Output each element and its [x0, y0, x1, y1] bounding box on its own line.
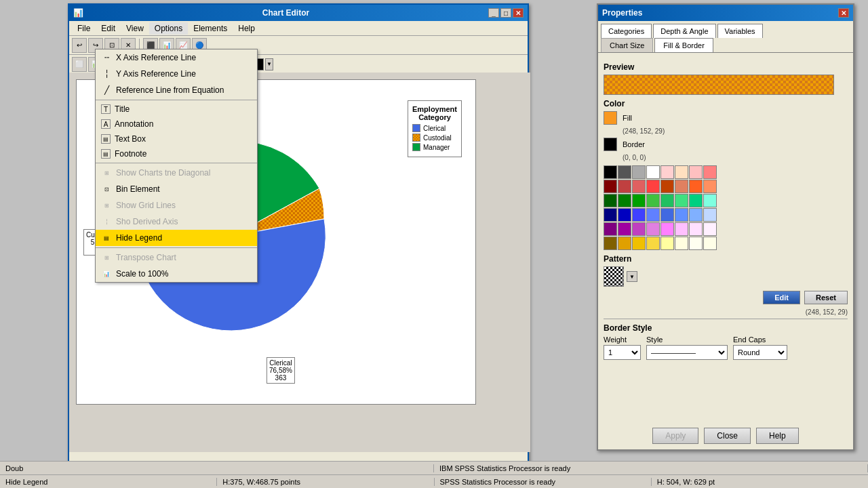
legend-item-custodial: Custodial [412, 134, 457, 142]
format-btn-1[interactable]: ⬜ [72, 57, 87, 72]
menu-title[interactable]: T Title [96, 102, 257, 117]
swatch-7[interactable] [703, 165, 717, 179]
menu-file[interactable]: File [72, 22, 96, 35]
properties-titlebar: Properties ✕ [598, 5, 853, 21]
footnote-icon: ▤ [101, 149, 111, 159]
swatch-0[interactable] [604, 165, 617, 179]
menu-hide-legend[interactable]: ▤ Hide Legend [96, 230, 257, 246]
swatch-46[interactable] [689, 237, 703, 250]
swatch-41[interactable] [618, 237, 631, 250]
swatch-38[interactable] [689, 222, 703, 236]
swatch-33[interactable] [618, 222, 631, 236]
menu-edit[interactable]: Edit [96, 22, 121, 35]
end-caps-select[interactable]: Round Flat Square [733, 345, 787, 360]
swatch-14[interactable] [689, 180, 703, 193]
maximize-button[interactable]: □ [500, 8, 511, 18]
title-buttons: _ □ ✕ [488, 8, 524, 18]
swatch-17[interactable] [618, 194, 631, 207]
menu-x-axis-ref[interactable]: ╌ X Axis Reference Line [96, 49, 257, 66]
swatch-35[interactable] [646, 222, 660, 236]
minimize-button[interactable]: _ [488, 8, 499, 18]
swatch-6[interactable] [689, 165, 703, 179]
swatch-45[interactable] [675, 237, 688, 250]
legend-title: EmploymentCategory [412, 105, 457, 121]
swatch-23[interactable] [703, 194, 717, 207]
swatch-44[interactable] [660, 237, 674, 250]
swatch-8[interactable] [604, 180, 617, 193]
swatch-36[interactable] [660, 222, 674, 236]
tab-categories[interactable]: Categories [601, 24, 652, 38]
menu-view[interactable]: View [121, 22, 149, 35]
undo-button[interactable]: ↩ [72, 38, 87, 53]
fill-rgb-value: (248, 152, 29) [604, 127, 848, 135]
swatch-39[interactable] [703, 222, 717, 236]
help-button[interactable]: Help [756, 428, 799, 444]
swatch-19[interactable] [646, 194, 660, 207]
apply-button[interactable]: Apply [652, 428, 698, 444]
swatch-34[interactable] [632, 222, 646, 236]
edit-reset-row: Edit Reset [604, 291, 848, 304]
swatch-24[interactable] [604, 208, 617, 222]
swatch-20[interactable] [660, 194, 674, 207]
swatch-5[interactable] [675, 165, 688, 179]
close-button[interactable]: ✕ [513, 8, 524, 18]
swatch-15[interactable] [703, 180, 717, 193]
swatch-32[interactable] [604, 222, 617, 236]
swatch-47[interactable] [703, 237, 717, 250]
swatch-28[interactable] [660, 208, 674, 222]
reset-button[interactable]: Reset [804, 291, 848, 304]
swatch-27[interactable] [646, 208, 660, 222]
menu-text-box[interactable]: ▤ Text Box [96, 131, 257, 146]
swatch-25[interactable] [618, 208, 631, 222]
border-rgb-value: (0, 0, 0) [604, 154, 848, 161]
status-bar-2: Doub IBM SPSS Statistics Processor is re… [0, 461, 868, 474]
menu-options[interactable]: Options [149, 22, 188, 35]
swatch-42[interactable] [632, 237, 646, 250]
menu-bin-element[interactable]: ⊡ Bin Element [96, 181, 257, 197]
swatch-13[interactable] [675, 180, 688, 193]
menu-ref-line-eq[interactable]: ╱ Reference Line from Equation [96, 82, 257, 98]
border-color-swatch[interactable] [604, 138, 617, 151]
legend-color-clerical [412, 124, 420, 132]
weight-select[interactable]: 1 2 3 4 [604, 345, 641, 360]
color-dropdown-btn[interactable]: ▼ [265, 58, 273, 70]
swatch-37[interactable] [675, 222, 688, 236]
swatch-31[interactable] [703, 208, 717, 222]
pattern-label: Pattern [604, 254, 848, 264]
swatch-3[interactable] [646, 165, 660, 179]
swatch-26[interactable] [632, 208, 646, 222]
tab-chart-size[interactable]: Chart Size [601, 38, 653, 52]
style-select[interactable]: —————— - - - - - · · · · · [646, 345, 728, 360]
edit-button[interactable]: Edit [763, 291, 800, 304]
menu-elements[interactable]: Elements [188, 22, 233, 35]
swatch-9[interactable] [618, 180, 631, 193]
fill-color-swatch[interactable] [604, 111, 617, 125]
tab-variables[interactable]: Variables [717, 24, 763, 38]
swatch-12[interactable] [660, 180, 674, 193]
swatch-16[interactable] [604, 194, 617, 207]
menu-help[interactable]: Help [233, 22, 260, 35]
status-bar: Hide Legend H:375, W:468.75 points SPSS … [0, 474, 868, 488]
swatch-43[interactable] [646, 237, 660, 250]
tab-depth-angle[interactable]: Depth & Angle [653, 24, 715, 38]
end-caps-group: End Caps Round Flat Square [733, 336, 787, 360]
tab-fill-border[interactable]: Fill & Border [654, 38, 713, 52]
menu-y-axis-ref[interactable]: ╎ Y Axis Reference Line [96, 66, 257, 82]
swatch-1[interactable] [618, 165, 631, 179]
swatch-40[interactable] [604, 237, 617, 250]
swatch-30[interactable] [689, 208, 703, 222]
properties-close-button[interactable]: ✕ [838, 8, 849, 18]
menu-annotation[interactable]: A Annotation [96, 117, 257, 131]
swatch-2[interactable] [632, 165, 646, 179]
swatch-18[interactable] [632, 194, 646, 207]
menu-scale-100[interactable]: 📊 Scale to 100% [96, 266, 257, 282]
swatch-10[interactable] [632, 180, 646, 193]
swatch-4[interactable] [660, 165, 674, 179]
swatch-21[interactable] [675, 194, 688, 207]
pattern-dropdown-btn[interactable]: ▼ [627, 271, 637, 282]
close-panel-button[interactable]: Close [704, 428, 751, 444]
menu-footnote[interactable]: ▤ Footnote [96, 146, 257, 161]
swatch-29[interactable] [675, 208, 688, 222]
swatch-11[interactable] [646, 180, 660, 193]
swatch-22[interactable] [689, 194, 703, 207]
